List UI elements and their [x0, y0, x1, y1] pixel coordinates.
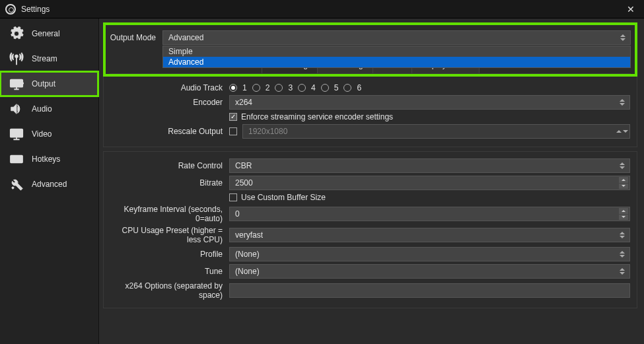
chevron-down-icon	[618, 126, 627, 137]
encoder-settings-panel: Rate Control CBR Bitrate 2500	[103, 151, 637, 308]
sidebar-item-label: Video	[32, 129, 52, 139]
svg-point-0	[15, 55, 18, 58]
rate-control-label: Rate Control	[110, 161, 229, 170]
rate-control-value: CBR	[235, 161, 252, 170]
keyframe-label: Keyframe Interval (seconds, 0=auto)	[110, 205, 229, 223]
audio-track-radio-1[interactable]	[229, 84, 237, 92]
x264-opts-label: x264 Options (separated by space)	[110, 281, 229, 300]
monitor-out-icon	[9, 77, 24, 91]
chevron-updown-icon	[618, 249, 627, 259]
bitrate-input[interactable]: 2500	[229, 176, 630, 190]
audio-track-radio-5[interactable]	[321, 84, 329, 92]
speaker-icon	[9, 102, 24, 116]
custom-buffer-checkbox[interactable]	[229, 193, 237, 201]
enforce-checkbox[interactable]	[229, 113, 237, 121]
profile-select[interactable]: (None)	[229, 247, 630, 261]
chevron-updown-icon	[618, 32, 627, 43]
sidebar-item-hotkeys[interactable]: Hotkeys	[0, 147, 98, 172]
sidebar-item-general[interactable]: General	[0, 21, 98, 46]
sidebar-item-output[interactable]: Output	[0, 71, 98, 96]
titlebar: Settings ✕	[0, 0, 644, 18]
encoder-label: Encoder	[110, 98, 229, 107]
cpu-preset-label: CPU Usage Preset (higher = less CPU)	[110, 226, 229, 244]
sidebar-item-label: Audio	[32, 104, 52, 114]
enforce-label: Enforce streaming service encoder settin…	[241, 112, 393, 121]
output-mode-value: Advanced	[168, 33, 203, 42]
sidebar-item-video[interactable]: Video	[0, 121, 98, 147]
rescale-select[interactable]: 1920x1080	[242, 124, 630, 139]
sidebar-item-label: Hotkeys	[32, 155, 60, 164]
sidebar-item-label: Stream	[32, 54, 57, 63]
encoder-value: x264	[235, 98, 252, 107]
close-icon[interactable]: ✕	[623, 3, 639, 16]
bitrate-spinner[interactable]	[619, 177, 628, 189]
output-mode-panel: Output Mode Advanced Simple Advanced Str…	[103, 22, 637, 77]
keyframe-spinner[interactable]	[619, 208, 628, 220]
sidebar-item-label: Output	[32, 79, 55, 88]
keyframe-value: 0	[235, 209, 240, 219]
tune-value: (None)	[235, 267, 260, 276]
chevron-updown-icon	[618, 230, 627, 240]
chevron-updown-icon	[618, 160, 627, 171]
tune-select[interactable]: (None)	[229, 264, 630, 279]
gear-icon	[9, 26, 24, 41]
sidebar-item-stream[interactable]: Stream	[0, 46, 98, 71]
monitor-icon	[9, 127, 24, 141]
settings-sidebar: General Stream Output Audio Video Hotkey…	[0, 18, 99, 344]
tune-label: Tune	[110, 267, 229, 276]
encoder-select[interactable]: x264	[229, 95, 630, 110]
rescale-value: 1920x1080	[248, 127, 287, 136]
content-area: Output Mode Advanced Simple Advanced Str…	[99, 18, 644, 344]
audio-track-label: Audio Track	[110, 83, 229, 92]
dropdown-option-simple[interactable]: Simple	[163, 46, 630, 57]
sidebar-item-audio[interactable]: Audio	[0, 96, 98, 121]
svg-rect-2	[11, 129, 22, 137]
keyboard-icon	[9, 152, 24, 166]
custom-buffer-label: Use Custom Buffer Size	[241, 193, 326, 202]
obs-logo-icon	[5, 4, 16, 15]
sidebar-item-label: Advanced	[32, 180, 67, 189]
keyframe-input[interactable]: 0	[229, 207, 630, 221]
audio-track-group: 1 2 3 4 5 6	[229, 83, 630, 92]
bitrate-label: Bitrate	[110, 178, 229, 188]
chevron-updown-icon	[618, 266, 627, 277]
sidebar-item-advanced[interactable]: Advanced	[0, 172, 98, 197]
cpu-preset-value: veryfast	[235, 230, 263, 240]
chevron-updown-icon	[618, 97, 627, 108]
output-mode-label: Output Mode	[110, 33, 162, 42]
window-title: Settings	[21, 5, 50, 14]
output-mode-dropdown: Simple Advanced	[162, 46, 631, 68]
rescale-label: Rescale Output	[110, 127, 229, 136]
sidebar-item-label: General	[32, 29, 60, 38]
audio-track-radio-4[interactable]	[298, 84, 306, 92]
rate-control-select[interactable]: CBR	[229, 158, 630, 173]
antenna-icon	[9, 52, 24, 66]
profile-value: (None)	[235, 250, 260, 259]
cpu-preset-select[interactable]: veryfast	[229, 228, 630, 242]
x264-opts-input[interactable]	[229, 283, 630, 298]
audio-track-radio-6[interactable]	[343, 84, 351, 92]
bitrate-value: 2500	[235, 178, 253, 188]
profile-label: Profile	[110, 250, 229, 259]
audio-track-radio-2[interactable]	[252, 84, 260, 92]
audio-track-radio-3[interactable]	[275, 84, 283, 92]
rescale-checkbox[interactable]	[229, 127, 237, 135]
tools-icon	[9, 177, 24, 191]
streaming-panel: Audio Track 1 2 3 4 5 6 Encoder x264	[103, 77, 637, 147]
output-mode-select[interactable]: Advanced Simple Advanced	[162, 30, 631, 45]
dropdown-option-advanced[interactable]: Advanced	[163, 57, 630, 67]
